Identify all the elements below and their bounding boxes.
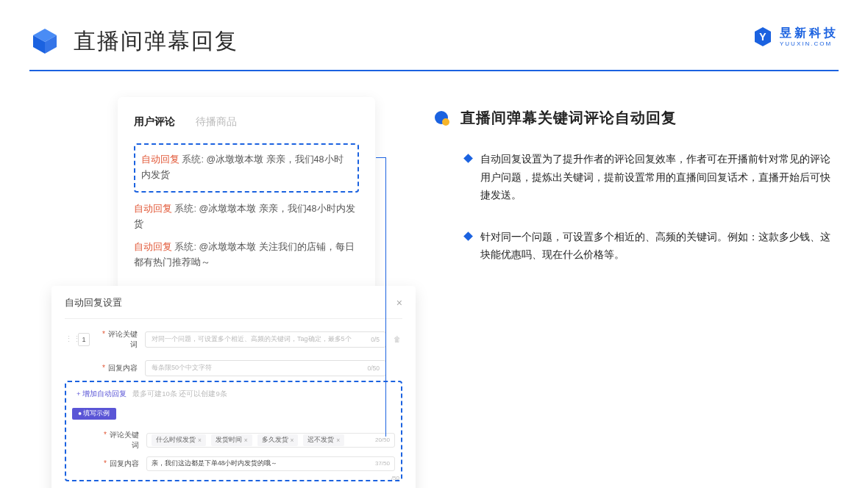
svg-point-5 — [442, 118, 449, 126]
example-text: 亲，我们这边都是下单48小时内发货的哦～ — [152, 459, 277, 468]
add-hint: 最多可建10条 还可以创建9条 — [132, 390, 227, 399]
settings-title: 自动回复设置 — [65, 296, 122, 309]
drag-handle-icon[interactable]: ⋮⋮ — [65, 334, 71, 344]
example-badge: ● 填写示例 — [72, 408, 116, 420]
screenshot-column: 用户评论 待播商品 自动回复 系统: @冰墩墩本墩 亲亲，我们48小时内发货 自… — [51, 97, 383, 488]
bullet-point: 针对同一个问题，可设置多个相近的、高频的关键词。例如：这款多少钱、这块能优惠吗、… — [434, 228, 839, 264]
content-label: *回复内容 — [99, 459, 139, 469]
reply-item: 自动回复 系统: @冰墩墩本墩 关注我们的店铺，每日都有热门推荐呦～ — [134, 240, 359, 271]
bullet-text: 针对同一个问题，可设置多个相近的、高频的关键词。例如：这款多少钱、这块能优惠吗、… — [480, 228, 839, 264]
example-keyword-row: *评论关键词 什么时候发货× 发货时间× 多久发货× 迟不发货× 20/50 — [72, 430, 395, 451]
system-label: 系统: — [174, 204, 196, 214]
add-reply-link[interactable]: + 增加自动回复 最多可建10条 还可以创建9条 — [72, 390, 395, 399]
comment-panel: 用户评论 待播商品 自动回复 系统: @冰墩墩本墩 亲亲，我们48小时内发货 自… — [118, 97, 375, 293]
auto-reply-tag: 自动回复 — [141, 154, 179, 165]
company-logo: Y 昱新科技 YUUXIN.COM — [752, 26, 839, 48]
tabs: 用户评论 待播商品 — [134, 115, 359, 129]
reply-item: 自动回复 系统: @冰墩墩本墩 亲亲，我们48小时内发货 — [134, 201, 359, 233]
section-heading: 直播间弹幕关键词评论自动回复 — [434, 108, 839, 128]
reply-item: 自动回复 系统: @冰墩墩本墩 亲亲，我们48小时内发货 — [141, 152, 352, 184]
header-left: 直播间弹幕回复 — [29, 26, 238, 57]
page-header: 直播间弹幕回复 Y 昱新科技 YUUXIN.COM — [0, 0, 868, 57]
char-counter: 20/50 — [375, 437, 390, 443]
extra-counter: /50 — [391, 475, 399, 481]
example-keyword-input[interactable]: 什么时候发货× 发货时间× 多久发货× 迟不发货× 20/50 — [146, 433, 395, 448]
section-title: 直播间弹幕关键词评论自动回复 — [460, 108, 677, 128]
logo-en: YUUXIN.COM — [780, 41, 839, 47]
keyword-tag[interactable]: 发货时间× — [211, 434, 252, 446]
close-icon[interactable]: × — [396, 297, 402, 309]
connector-line — [376, 157, 386, 437]
keyword-tag[interactable]: 什么时候发货× — [152, 434, 206, 446]
bullet-text: 自动回复设置为了提升作者的评论回复效率，作者可在开播前针对常见的评论用户问题，提… — [480, 150, 839, 204]
content-input[interactable]: 每条限50个中文字符 0/50 — [145, 360, 386, 376]
tag-list: 什么时候发货× 发货时间× 多久发货× 迟不发货× — [152, 434, 347, 446]
example-content-input[interactable]: 亲，我们这边都是下单48小时内发货的哦～ 37/50 — [146, 456, 395, 471]
placeholder-text: 每条限50个中文字符 — [152, 363, 212, 373]
tab-comments[interactable]: 用户评论 — [134, 115, 175, 129]
bullet-point: 自动回复设置为了提升作者的评论回复效率，作者可在开播前针对常见的评论用户问题，提… — [434, 150, 839, 204]
char-counter: 37/50 — [375, 460, 390, 467]
settings-panel: 自动回复设置 × ⋮⋮ 1 *评论关键词 对同一个问题，可设置多个相近、高频的关… — [51, 286, 416, 489]
chat-bubble-icon — [434, 110, 450, 126]
example-content-row: *回复内容 亲，我们这边都是下单48小时内发货的哦～ 37/50 — [72, 456, 395, 471]
highlighted-reply: 自动回复 系统: @冰墩墩本墩 亲亲，我们48小时内发货 — [134, 143, 359, 193]
system-label: 系统: — [174, 242, 196, 252]
keyword-tag[interactable]: 多久发货× — [257, 434, 299, 446]
cube-icon — [29, 26, 60, 57]
auto-reply-tag: 自动回复 — [134, 204, 172, 214]
tab-products[interactable]: 待播商品 — [196, 115, 237, 129]
logo-icon: Y — [752, 26, 774, 48]
diamond-icon — [463, 232, 473, 241]
keyword-row: ⋮⋮ 1 *评论关键词 对同一个问题，可设置多个相近、高频的关键词，Tag确定，… — [65, 329, 402, 350]
delete-icon[interactable]: 🗑 — [394, 335, 402, 343]
placeholder-text: 对同一个问题，可设置多个相近、高频的关键词，Tag确定，最多5个 — [152, 334, 352, 344]
content-label: *回复内容 — [97, 363, 138, 373]
keyword-tag[interactable]: 迟不发货× — [303, 434, 344, 446]
page-title: 直播间弹幕回复 — [74, 26, 238, 57]
auto-reply-tag: 自动回复 — [134, 242, 172, 252]
keyword-input[interactable]: 对同一个问题，可设置多个相近、高频的关键词，Tag确定，最多5个 0/5 — [145, 331, 386, 348]
example-section: + 增加自动回复 最多可建10条 还可以创建9条 ● 填写示例 *评论关键词 什… — [65, 381, 402, 481]
keyword-label: *评论关键词 — [99, 430, 139, 451]
description-column: 直播间弹幕关键词评论自动回复 自动回复设置为了提升作者的评论回复效率，作者可在开… — [434, 97, 839, 488]
logo-cn: 昱新科技 — [780, 27, 839, 39]
settings-header: 自动回复设置 × — [65, 296, 402, 319]
svg-text:Y: Y — [759, 31, 766, 43]
system-label: 系统: — [182, 154, 203, 165]
content-row: *回复内容 每条限50个中文字符 0/50 — [65, 360, 402, 376]
diamond-icon — [463, 154, 473, 163]
row-number: 1 — [78, 333, 90, 346]
keyword-label: *评论关键词 — [97, 329, 138, 350]
